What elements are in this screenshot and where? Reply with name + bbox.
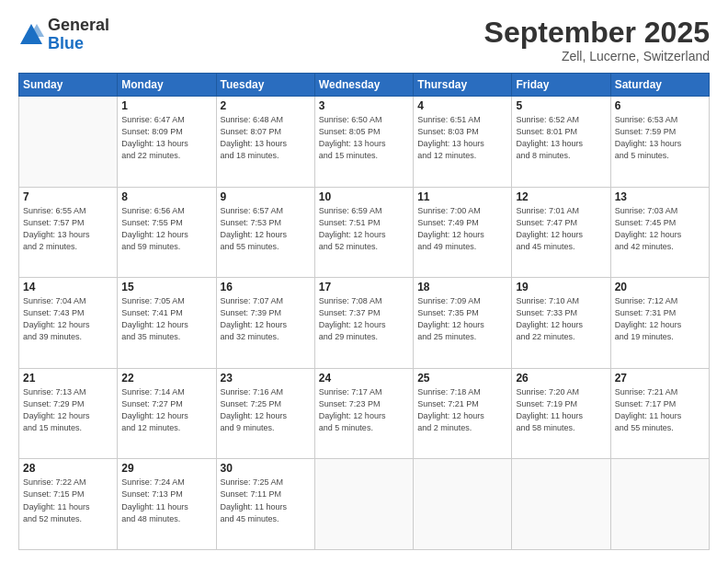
day-info: Sunrise: 7:13 AM Sunset: 7:29 PM Dayligh… <box>23 386 113 434</box>
calendar-cell: 29Sunrise: 7:24 AM Sunset: 7:13 PM Dayli… <box>118 459 216 550</box>
day-info: Sunrise: 6:55 AM Sunset: 7:57 PM Dayligh… <box>23 205 113 253</box>
day-number: 8 <box>121 190 211 203</box>
day-number: 4 <box>417 99 507 112</box>
calendar-cell: 2Sunrise: 6:48 AM Sunset: 8:07 PM Daylig… <box>216 97 314 188</box>
day-number: 21 <box>23 372 113 385</box>
calendar-cell: 14Sunrise: 7:04 AM Sunset: 7:43 PM Dayli… <box>19 278 118 369</box>
calendar-cell: 12Sunrise: 7:01 AM Sunset: 7:47 PM Dayli… <box>512 187 610 278</box>
day-number: 7 <box>23 190 113 203</box>
day-info: Sunrise: 7:14 AM Sunset: 7:27 PM Dayligh… <box>121 386 211 434</box>
calendar-cell <box>414 459 512 550</box>
day-number: 2 <box>221 99 311 112</box>
day-number: 18 <box>417 281 507 293</box>
day-number: 23 <box>221 372 311 385</box>
calendar-cell: 25Sunrise: 7:18 AM Sunset: 7:21 PM Dayli… <box>414 368 512 459</box>
day-info: Sunrise: 7:17 AM Sunset: 7:23 PM Dayligh… <box>319 386 409 434</box>
day-number: 17 <box>319 281 409 293</box>
calendar-cell <box>19 97 118 188</box>
calendar-cell <box>512 459 610 550</box>
day-number: 26 <box>516 372 606 385</box>
day-number: 9 <box>221 190 311 203</box>
day-number: 5 <box>516 99 606 112</box>
day-number: 1 <box>121 99 211 112</box>
title-block: September 2025 Zell, Lucerne, Switzerlan… <box>484 17 710 63</box>
calendar-cell: 26Sunrise: 7:20 AM Sunset: 7:19 PM Dayli… <box>512 368 610 459</box>
day-info: Sunrise: 7:25 AM Sunset: 7:11 PM Dayligh… <box>221 477 311 524</box>
day-info: Sunrise: 6:53 AM Sunset: 7:59 PM Dayligh… <box>615 114 705 162</box>
header-monday: Monday <box>118 74 216 97</box>
day-number: 19 <box>516 281 606 293</box>
calendar-cell: 1Sunrise: 6:47 AM Sunset: 8:09 PM Daylig… <box>118 97 216 188</box>
day-info: Sunrise: 7:08 AM Sunset: 7:37 PM Dayligh… <box>319 295 409 343</box>
calendar-cell: 10Sunrise: 6:59 AM Sunset: 7:51 PM Dayli… <box>314 187 413 278</box>
header-tuesday: Tuesday <box>216 74 314 97</box>
calendar-week-row: 14Sunrise: 7:04 AM Sunset: 7:43 PM Dayli… <box>19 278 710 369</box>
calendar-cell: 5Sunrise: 6:52 AM Sunset: 8:01 PM Daylig… <box>512 97 610 188</box>
calendar-cell: 18Sunrise: 7:09 AM Sunset: 7:35 PM Dayli… <box>414 278 512 369</box>
day-info: Sunrise: 7:07 AM Sunset: 7:39 PM Dayligh… <box>221 295 311 343</box>
day-info: Sunrise: 6:59 AM Sunset: 7:51 PM Dayligh… <box>319 205 409 253</box>
day-info: Sunrise: 7:12 AM Sunset: 7:31 PM Dayligh… <box>615 295 705 343</box>
calendar-cell: 8Sunrise: 6:56 AM Sunset: 7:55 PM Daylig… <box>118 187 216 278</box>
day-number: 27 <box>615 372 705 385</box>
day-number: 16 <box>221 281 311 293</box>
calendar-cell: 4Sunrise: 6:51 AM Sunset: 8:03 PM Daylig… <box>414 97 512 188</box>
header-saturday: Saturday <box>610 74 709 97</box>
calendar-cell: 21Sunrise: 7:13 AM Sunset: 7:29 PM Dayli… <box>19 368 118 459</box>
location-subtitle: Zell, Lucerne, Switzerland <box>484 49 710 63</box>
logo-blue-text: Blue <box>48 35 109 53</box>
header-wednesday: Wednesday <box>314 74 413 97</box>
page: General Blue September 2025 Zell, Lucern… <box>0 0 728 563</box>
day-info: Sunrise: 7:09 AM Sunset: 7:35 PM Dayligh… <box>417 295 507 343</box>
day-info: Sunrise: 7:21 AM Sunset: 7:17 PM Dayligh… <box>615 386 705 434</box>
calendar-cell: 22Sunrise: 7:14 AM Sunset: 7:27 PM Dayli… <box>118 368 216 459</box>
calendar-cell: 19Sunrise: 7:10 AM Sunset: 7:33 PM Dayli… <box>512 278 610 369</box>
calendar-body: 1Sunrise: 6:47 AM Sunset: 8:09 PM Daylig… <box>19 97 710 550</box>
day-number: 30 <box>221 462 311 475</box>
day-info: Sunrise: 6:50 AM Sunset: 8:05 PM Dayligh… <box>319 114 409 162</box>
day-number: 20 <box>615 281 705 293</box>
day-info: Sunrise: 7:03 AM Sunset: 7:45 PM Dayligh… <box>615 205 705 253</box>
calendar-header: Sunday Monday Tuesday Wednesday Thursday… <box>19 74 710 97</box>
day-number: 29 <box>121 462 211 475</box>
day-info: Sunrise: 6:51 AM Sunset: 8:03 PM Dayligh… <box>417 114 507 162</box>
calendar-cell: 27Sunrise: 7:21 AM Sunset: 7:17 PM Dayli… <box>610 368 709 459</box>
day-info: Sunrise: 6:47 AM Sunset: 8:09 PM Dayligh… <box>121 114 211 162</box>
day-info: Sunrise: 7:05 AM Sunset: 7:41 PM Dayligh… <box>121 295 211 343</box>
logo: General Blue <box>18 17 109 53</box>
day-info: Sunrise: 6:57 AM Sunset: 7:53 PM Dayligh… <box>221 205 311 253</box>
day-info: Sunrise: 6:56 AM Sunset: 7:55 PM Dayligh… <box>121 205 211 253</box>
calendar-cell: 17Sunrise: 7:08 AM Sunset: 7:37 PM Dayli… <box>314 278 413 369</box>
day-number: 25 <box>417 372 507 385</box>
day-info: Sunrise: 7:20 AM Sunset: 7:19 PM Dayligh… <box>516 386 606 434</box>
calendar-week-row: 28Sunrise: 7:22 AM Sunset: 7:15 PM Dayli… <box>19 459 710 550</box>
header: General Blue September 2025 Zell, Lucern… <box>18 17 710 63</box>
day-number: 28 <box>23 462 113 475</box>
header-thursday: Thursday <box>414 74 512 97</box>
header-friday: Friday <box>512 74 610 97</box>
day-info: Sunrise: 7:22 AM Sunset: 7:15 PM Dayligh… <box>23 477 113 524</box>
day-info: Sunrise: 6:52 AM Sunset: 8:01 PM Dayligh… <box>516 114 606 162</box>
day-number: 10 <box>319 190 409 203</box>
calendar-cell: 13Sunrise: 7:03 AM Sunset: 7:45 PM Dayli… <box>610 187 709 278</box>
day-number: 3 <box>319 99 409 112</box>
day-info: Sunrise: 6:48 AM Sunset: 8:07 PM Dayligh… <box>221 114 311 162</box>
calendar-cell <box>610 459 709 550</box>
day-info: Sunrise: 7:16 AM Sunset: 7:25 PM Dayligh… <box>221 386 311 434</box>
calendar-week-row: 7Sunrise: 6:55 AM Sunset: 7:57 PM Daylig… <box>19 187 710 278</box>
day-info: Sunrise: 7:18 AM Sunset: 7:21 PM Dayligh… <box>417 386 507 434</box>
day-number: 12 <box>516 190 606 203</box>
day-number: 24 <box>319 372 409 385</box>
header-row: Sunday Monday Tuesday Wednesday Thursday… <box>19 74 710 97</box>
calendar-week-row: 21Sunrise: 7:13 AM Sunset: 7:29 PM Dayli… <box>19 368 710 459</box>
calendar-cell: 9Sunrise: 6:57 AM Sunset: 7:53 PM Daylig… <box>216 187 314 278</box>
day-number: 14 <box>23 281 113 293</box>
calendar-cell: 6Sunrise: 6:53 AM Sunset: 7:59 PM Daylig… <box>610 97 709 188</box>
calendar-cell: 15Sunrise: 7:05 AM Sunset: 7:41 PM Dayli… <box>118 278 216 369</box>
calendar-cell: 7Sunrise: 6:55 AM Sunset: 7:57 PM Daylig… <box>19 187 118 278</box>
calendar-cell: 30Sunrise: 7:25 AM Sunset: 7:11 PM Dayli… <box>216 459 314 550</box>
day-number: 15 <box>121 281 211 293</box>
calendar-cell: 24Sunrise: 7:17 AM Sunset: 7:23 PM Dayli… <box>314 368 413 459</box>
day-info: Sunrise: 7:04 AM Sunset: 7:43 PM Dayligh… <box>23 295 113 343</box>
calendar-cell: 3Sunrise: 6:50 AM Sunset: 8:05 PM Daylig… <box>314 97 413 188</box>
